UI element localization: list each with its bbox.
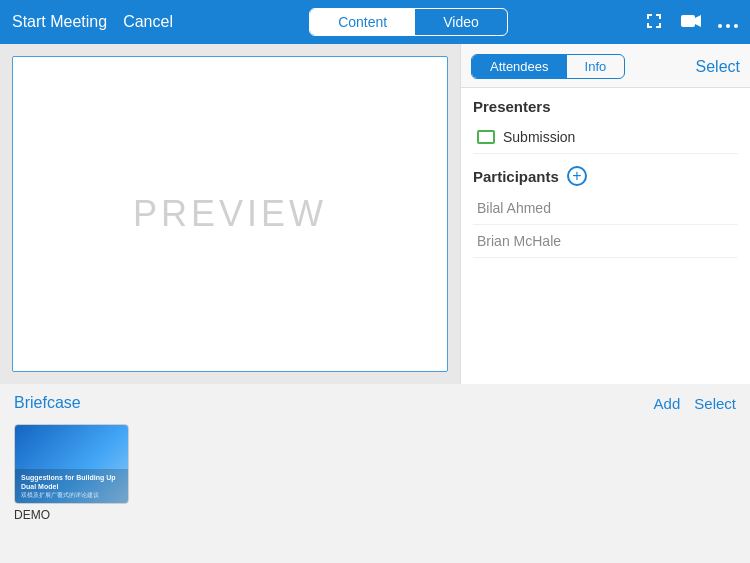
presenters-section: Presenters Submission [461, 88, 750, 158]
presenters-label: Presenters [473, 98, 738, 115]
add-button[interactable]: Add [654, 395, 681, 412]
segment-control: Content Video [309, 8, 508, 36]
svg-point-3 [726, 24, 730, 28]
participants-label: Participants [473, 168, 559, 185]
preview-box: PREVIEW [12, 56, 448, 372]
tab-group: Attendees Info [471, 54, 625, 79]
briefcase-title: Briefcase [14, 394, 81, 412]
preview-area: PREVIEW [0, 44, 460, 384]
tab-content[interactable]: Content [310, 9, 415, 35]
svg-point-2 [718, 24, 722, 28]
submission-name: Submission [503, 129, 575, 145]
fullscreen-icon[interactable] [644, 11, 664, 34]
participants-header: Participants + [473, 166, 738, 186]
files-area: Suggestions for Building Up Dual Model 双… [0, 420, 750, 526]
briefcase-actions: Add Select [654, 395, 736, 412]
participant-row: Bilal Ahmed [473, 192, 738, 225]
briefcase-header: Briefcase Add Select [0, 384, 750, 420]
select-button[interactable]: Select [696, 58, 740, 76]
file-subtitle: 双模及扩展广覆式的详论建议 [21, 491, 122, 500]
participants-list: Bilal AhmedBrian McHale [473, 192, 738, 258]
top-bar-right [644, 11, 738, 34]
right-panel: Attendees Info Select Presenters Submiss… [460, 44, 750, 384]
add-participant-button[interactable]: + [567, 166, 587, 186]
file-title: Suggestions for Building Up Dual Model [21, 473, 122, 491]
preview-label: PREVIEW [133, 193, 327, 235]
camera-icon[interactable] [680, 12, 702, 32]
svg-point-4 [734, 24, 738, 28]
file-overlay: Suggestions for Building Up Dual Model 双… [15, 469, 128, 503]
tab-attendees[interactable]: Attendees [472, 55, 567, 78]
select-files-button[interactable]: Select [694, 395, 736, 412]
svg-rect-0 [681, 15, 695, 27]
monitor-icon [477, 130, 495, 144]
start-meeting-button[interactable]: Start Meeting [12, 9, 107, 35]
participant-row: Brian McHale [473, 225, 738, 258]
attendees-tabs: Attendees Info Select [461, 44, 750, 88]
file-thumbnail[interactable]: Suggestions for Building Up Dual Model 双… [14, 424, 129, 522]
file-label: DEMO [14, 508, 50, 522]
svg-marker-1 [695, 15, 701, 27]
top-bar: Start Meeting Cancel Content Video [0, 0, 750, 44]
participants-section: Participants + Bilal AhmedBrian McHale [461, 158, 750, 262]
more-icon[interactable] [718, 12, 738, 32]
submission-row: Submission [473, 121, 738, 154]
cancel-button[interactable]: Cancel [123, 9, 173, 35]
tab-video[interactable]: Video [415, 9, 507, 35]
tab-info[interactable]: Info [567, 55, 625, 78]
file-image: Suggestions for Building Up Dual Model 双… [14, 424, 129, 504]
main-area: PREVIEW Attendees Info Select Presenters… [0, 44, 750, 384]
bottom-section: Briefcase Add Select Suggestions for Bui… [0, 384, 750, 563]
top-bar-left: Start Meeting Cancel [12, 9, 173, 35]
